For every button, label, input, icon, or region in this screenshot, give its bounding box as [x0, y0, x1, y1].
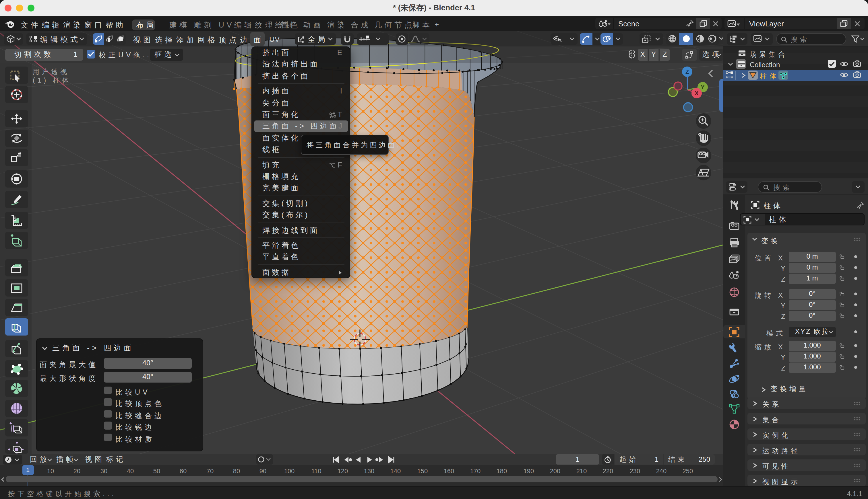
svg-text:Y: Y [701, 84, 705, 90]
svg-text:Z: Z [686, 69, 689, 75]
svg-text:X: X [694, 90, 699, 96]
